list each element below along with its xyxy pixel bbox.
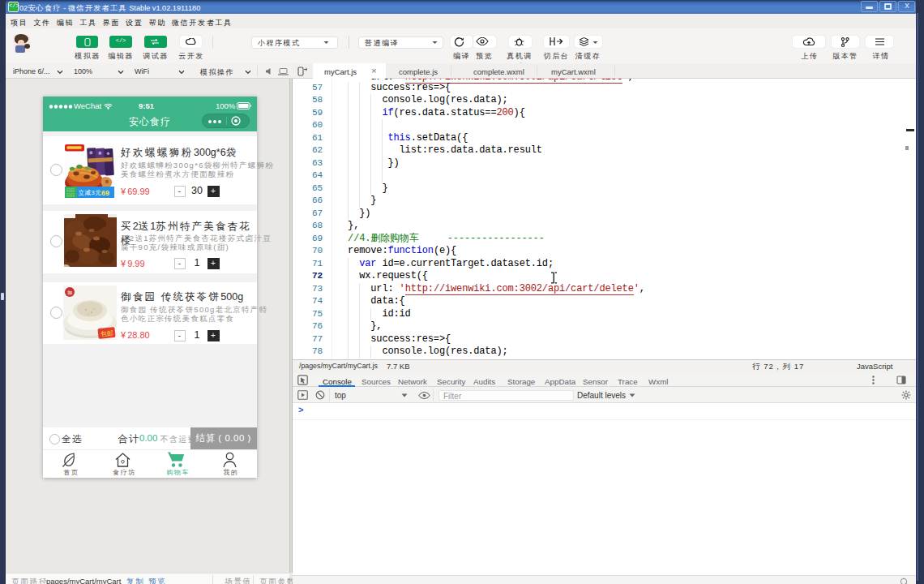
svg-text:口口: 口口 xyxy=(66,192,75,198)
svg-text:立减3元: 立减3元 xyxy=(79,189,102,196)
svg-text:御: 御 xyxy=(67,290,72,294)
svg-text:69: 69 xyxy=(101,189,109,197)
